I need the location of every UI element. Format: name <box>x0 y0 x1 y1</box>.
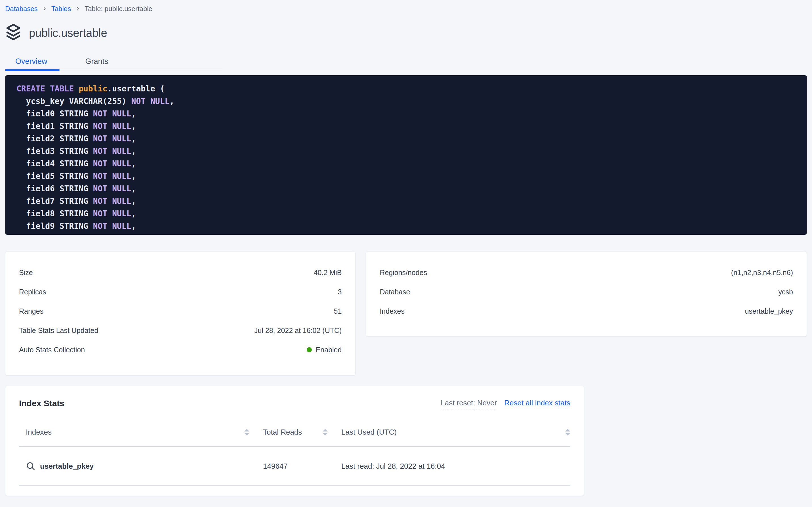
tab-grants[interactable]: Grants <box>75 53 119 70</box>
sort-icon[interactable] <box>565 429 570 436</box>
table-details-page: Databases Tables Table: public.usertable… <box>0 0 812 496</box>
total-reads-value: 149647 <box>263 462 288 471</box>
stat-value: ycsb <box>778 288 793 296</box>
index-stats-header: Index Stats Last reset: Never Reset all … <box>19 399 570 410</box>
status-enabled: Enabled <box>307 346 342 354</box>
stat-row-stats-updated: Table Stats Last Updated Jul 28, 2022 at… <box>19 321 341 340</box>
index-name-cell: usertable_pkey <box>19 461 249 471</box>
chevron-right-icon <box>42 6 47 11</box>
total-reads-cell: 149647 <box>249 462 328 471</box>
stat-value: Jul 28, 2022 at 16:02 (UTC) <box>254 327 342 335</box>
stat-row-replicas: Replicas 3 <box>19 282 341 301</box>
column-header-indexes[interactable]: Indexes <box>19 428 249 437</box>
stat-label: Indexes <box>380 307 404 316</box>
last-used-cell: Last read: Jul 28, 2022 at 16:04 <box>328 462 570 471</box>
index-stats-actions: Last reset: Never Reset all index stats <box>441 399 570 410</box>
stat-row-indexes: Indexes usertable_pkey <box>380 301 793 321</box>
status-dot-icon <box>307 347 312 352</box>
table-stack-icon <box>5 23 21 42</box>
sql-code: CREATE TABLE public.usertable ( ycsb_key… <box>16 82 798 232</box>
column-label: Indexes <box>26 428 52 437</box>
stat-label: Database <box>380 288 410 296</box>
reset-index-stats-link[interactable]: Reset all index stats <box>504 399 570 407</box>
chevron-right-icon <box>75 6 80 11</box>
active-tab-indicator <box>5 69 60 71</box>
column-label: Total Reads <box>263 428 302 437</box>
stat-row-database: Database ycsb <box>380 282 793 301</box>
stat-row-size: Size 40.2 MiB <box>19 263 341 282</box>
summary-cards-row: Size 40.2 MiB Replicas 3 Ranges 51 Table… <box>5 251 807 376</box>
breadcrumb-databases-link[interactable]: Databases <box>5 5 38 13</box>
stat-row-auto-stats: Auto Stats Collection Enabled <box>19 340 341 359</box>
index-stats-title: Index Stats <box>19 399 64 408</box>
page-title: public.usertable <box>29 27 107 40</box>
stat-label: Size <box>19 269 33 277</box>
column-label: Last Used (UTC) <box>341 428 397 437</box>
sort-icon[interactable] <box>323 429 328 436</box>
index-table-row: usertable_pkey 149647 Last read: Jul 28,… <box>19 447 570 486</box>
breadcrumb: Databases Tables Table: public.usertable <box>5 4 807 14</box>
index-stats-card: Index Stats Last reset: Never Reset all … <box>5 386 584 496</box>
create-table-sql-box: CREATE TABLE public.usertable ( ycsb_key… <box>5 75 807 235</box>
stat-label: Regions/nodes <box>380 269 427 277</box>
stat-value: (n1,n2,n3,n4,n5,n6) <box>731 269 793 277</box>
stat-row-ranges: Ranges 51 <box>19 301 341 321</box>
index-table-header: Indexes Total Reads Last Used (UTC) <box>19 428 570 447</box>
stat-row-regions: Regions/nodes (n1,n2,n3,n4,n5,n6) <box>380 263 793 282</box>
stat-label: Table Stats Last Updated <box>19 327 98 335</box>
breadcrumb-current: Table: public.usertable <box>84 5 152 13</box>
magnifier-icon <box>26 461 36 471</box>
column-header-total-reads[interactable]: Total Reads <box>249 428 328 437</box>
tab-overview[interactable]: Overview <box>5 53 58 70</box>
last-reset-label[interactable]: Last reset: Never <box>441 399 497 410</box>
index-name: usertable_pkey <box>40 462 93 471</box>
index-name-link[interactable]: usertable_pkey <box>26 461 93 471</box>
stat-label: Auto Stats Collection <box>19 346 85 354</box>
stat-value: usertable_pkey <box>745 307 793 316</box>
page-title-row: public.usertable <box>5 23 807 43</box>
table-meta-card: Regions/nodes (n1,n2,n3,n4,n5,n6) Databa… <box>366 251 807 337</box>
stat-label: Ranges <box>19 307 44 316</box>
stat-label: Replicas <box>19 288 46 296</box>
stat-value: 51 <box>334 307 342 316</box>
stat-value: 40.2 MiB <box>314 269 342 277</box>
tab-bar: Overview Grants <box>5 53 223 70</box>
status-text: Enabled <box>316 346 342 354</box>
sort-icon[interactable] <box>244 429 249 436</box>
column-header-last-used[interactable]: Last Used (UTC) <box>328 428 570 437</box>
table-stats-card: Size 40.2 MiB Replicas 3 Ranges 51 Table… <box>5 251 356 376</box>
last-used-value: Last read: Jul 28, 2022 at 16:04 <box>341 462 445 471</box>
breadcrumb-tables-link[interactable]: Tables <box>51 5 71 13</box>
stat-value: 3 <box>337 288 341 296</box>
